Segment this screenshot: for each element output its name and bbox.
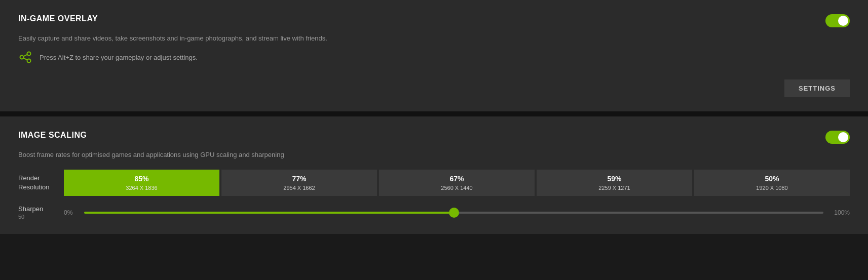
sharpen-value: 50 [18,214,64,220]
overlay-toggle[interactable] [825,14,850,27]
scaling-toggle[interactable] [825,131,850,144]
scaling-toggle-slider[interactable] [825,131,850,144]
svg-point-1 [20,56,24,59]
svg-point-2 [27,59,31,63]
res-percent-4: 50% [765,175,779,183]
sharpen-row: Sharpen 50 0% 100% [18,205,850,220]
section-divider [0,111,868,116]
settings-btn-container: SETTINGS [18,79,850,97]
image-scaling-section: IMAGE SCALING Boost frame rates for opti… [0,116,868,234]
res-percent-0: 85% [134,175,148,183]
sharpen-label-group: Sharpen 50 [18,205,64,220]
res-option-67[interactable]: 67% 2560 X 1440 [379,170,535,196]
render-resolution-label: RenderResolution [18,174,64,192]
overlay-header: IN-GAME OVERLAY [18,14,850,27]
overlay-toggle-slider[interactable] [825,14,850,27]
share-hint-row: Press Alt+Z to share your gameplay or ad… [18,50,850,64]
scaling-title-group: IMAGE SCALING [18,131,87,140]
overlay-title-group: IN-GAME OVERLAY [18,14,98,23]
overlay-title: IN-GAME OVERLAY [18,14,98,23]
sharpen-slider-container: 0% 100% [64,209,850,216]
scaling-description: Boost frame rates for optimised games an… [18,151,474,158]
scaling-header: IMAGE SCALING [18,131,850,144]
share-icon [18,50,32,64]
res-percent-3: 59% [607,175,621,183]
res-dims-2: 2560 X 1440 [441,185,472,191]
svg-point-0 [27,52,31,56]
res-percent-1: 77% [292,175,306,183]
sharpen-label: Sharpen [18,205,64,213]
overlay-description: Easily capture and share videos, take sc… [18,34,474,42]
sharpen-slider[interactable] [84,212,823,214]
res-dims-1: 2954 X 1662 [283,185,315,191]
res-dims-4: 1920 X 1080 [756,185,787,191]
slider-min-label: 0% [64,209,78,216]
share-hint-text: Press Alt+Z to share your gameplay or ad… [40,54,198,61]
svg-line-3 [23,55,27,57]
in-game-overlay-section: IN-GAME OVERLAY Easily capture and share… [0,0,868,111]
render-resolution-row: RenderResolution 85% 3264 X 1836 77% 295… [18,170,850,196]
slider-max-label: 100% [829,209,850,216]
res-dims-3: 2259 X 1271 [598,185,630,191]
res-option-59[interactable]: 59% 2259 X 1271 [537,170,692,196]
res-option-85[interactable]: 85% 3264 X 1836 [64,170,219,196]
res-dims-0: 3264 X 1836 [126,185,157,191]
svg-line-4 [23,58,27,60]
res-option-50[interactable]: 50% 1920 X 1080 [694,170,850,196]
settings-button[interactable]: SETTINGS [784,79,850,97]
res-option-77[interactable]: 77% 2954 X 1662 [221,170,377,196]
resolution-options: 85% 3264 X 1836 77% 2954 X 1662 67% 2560… [64,170,850,196]
scaling-title: IMAGE SCALING [18,131,87,140]
res-percent-2: 67% [449,175,464,183]
